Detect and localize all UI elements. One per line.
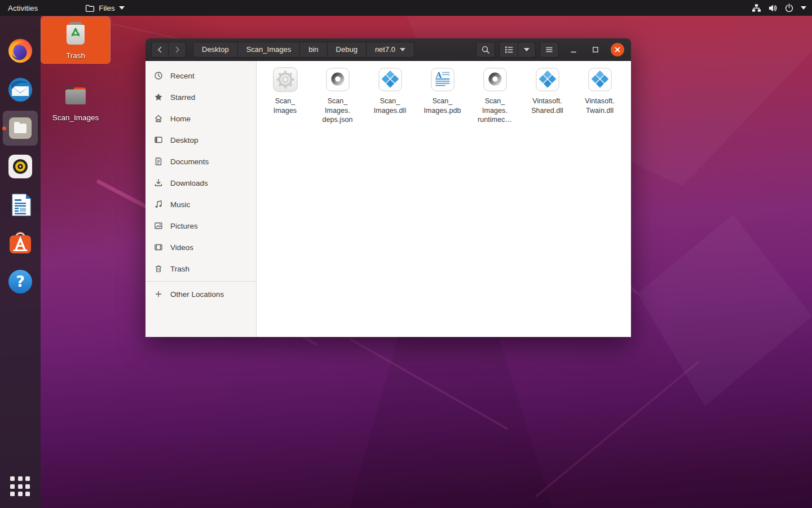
top-bar: Activities Files <box>0 0 812 16</box>
file-scan-images-exec[interactable]: Scan_ Images <box>259 67 311 125</box>
svg-text:A: A <box>435 70 442 80</box>
list-view-icon <box>504 45 514 54</box>
close-icon <box>614 46 621 53</box>
files-icon[interactable] <box>7 115 34 142</box>
app-menu-files[interactable]: Files <box>80 0 130 16</box>
file-label: Vintasoft. Shared.dll <box>531 97 563 115</box>
dock: ? <box>0 16 41 508</box>
close-button[interactable] <box>611 43 624 56</box>
sidebar-item-desktop[interactable]: Desktop <box>145 129 256 151</box>
rhythmbox-icon[interactable] <box>7 153 34 180</box>
thunderbird-icon[interactable] <box>7 76 34 103</box>
network-wired-icon <box>752 3 761 13</box>
view-options-button[interactable] <box>518 42 536 58</box>
sidebar-label: Starred <box>170 93 195 102</box>
libreoffice-writer-icon[interactable] <box>7 191 34 218</box>
system-status-area[interactable] <box>752 0 812 16</box>
sidebar-item-recent[interactable]: Recent <box>145 65 256 86</box>
breadcrumb: Desktop Scan_Images bin Debug net7.0 <box>193 42 414 58</box>
desktop-icon-label: Scan_Images <box>41 113 110 122</box>
caret-down-icon <box>524 48 529 51</box>
caret-down-icon <box>400 48 405 51</box>
forward-button[interactable] <box>169 42 186 58</box>
sidebar-item-trash[interactable]: Trash <box>145 258 256 279</box>
documents-icon <box>154 157 163 166</box>
sidebar-item-starred[interactable]: Starred <box>145 86 256 108</box>
caret-down-icon <box>801 6 806 10</box>
breadcrumb-desktop[interactable]: Desktop <box>193 42 238 58</box>
hamburger-menu-button[interactable] <box>540 42 559 58</box>
history-nav <box>151 42 186 58</box>
sidebar-label: Videos <box>170 243 193 252</box>
file-label: Scan_ Images.pdb <box>424 97 461 115</box>
running-indicator-dot <box>2 126 6 130</box>
file-view[interactable]: Scan_ Images Scan_ Images. deps.json <box>257 61 631 337</box>
sidebar-label: Trash <box>170 265 189 273</box>
view-toggle <box>499 42 536 58</box>
library-icon <box>377 67 403 93</box>
sidebar-label: Music <box>170 200 190 209</box>
caret-down-icon <box>119 6 125 10</box>
sidebar-item-other-locations[interactable]: Other Locations <box>145 283 256 305</box>
sidebar-item-music[interactable]: Music <box>145 194 256 215</box>
activities-button[interactable]: Activities <box>0 0 46 16</box>
sidebar-label: Other Locations <box>170 290 224 299</box>
help-icon[interactable]: ? <box>7 268 34 295</box>
files-window: Desktop Scan_Images bin Debug net7.0 <box>145 38 631 337</box>
sidebar-label: Documents <box>170 157 209 166</box>
chevron-left-icon <box>156 45 165 54</box>
file-scan-images-runtimeconfig-json[interactable]: Scan_ Images. runtimec… <box>469 67 521 125</box>
text-document-icon: A <box>430 67 456 93</box>
recent-icon <box>154 71 163 80</box>
file-label: Scan_ Images. runtimec… <box>478 97 512 125</box>
power-icon <box>784 3 794 13</box>
search-button[interactable] <box>476 42 495 58</box>
breadcrumb-net7-current[interactable]: net7.0 <box>367 42 414 58</box>
file-scan-images-dll[interactable]: Scan_ Images.dll <box>364 67 416 125</box>
file-scan-images-pdb[interactable]: A Scan_ Images.pdb <box>416 67 469 125</box>
minimize-button[interactable] <box>567 43 580 56</box>
desktop-icon-label: Trash <box>41 51 110 60</box>
search-icon <box>481 45 490 54</box>
sidebar-label: Downloads <box>170 179 208 187</box>
sidebar-item-home[interactable]: Home <box>145 108 256 129</box>
sidebar-item-documents[interactable]: Documents <box>145 151 256 172</box>
library-icon <box>587 67 613 93</box>
sidebar-separator <box>145 281 256 282</box>
plus-icon <box>154 290 163 299</box>
breadcrumb-label: net7.0 <box>375 45 395 54</box>
file-label: Scan_ Images. deps.json <box>323 97 353 125</box>
file-vintasoft-shared-dll[interactable]: Vintasoft. Shared.dll <box>521 67 573 125</box>
breadcrumb-bin[interactable]: bin <box>300 42 327 58</box>
music-icon <box>154 200 163 209</box>
home-icon <box>154 114 163 123</box>
file-label: Vintasoft. Twain.dll <box>585 97 614 115</box>
ubuntu-software-icon[interactable] <box>7 229 34 256</box>
show-applications-icon[interactable] <box>10 476 30 497</box>
pictures-icon <box>154 221 163 230</box>
sidebar-item-pictures[interactable]: Pictures <box>145 215 256 237</box>
list-view-button[interactable] <box>499 42 518 58</box>
executable-icon <box>272 67 298 93</box>
videos-icon <box>154 243 163 252</box>
downloads-icon <box>154 178 163 187</box>
desktop-icon-scan-images[interactable]: Scan_Images <box>41 79 110 125</box>
sidebar-label: Pictures <box>170 222 198 230</box>
back-button[interactable] <box>151 42 169 58</box>
firefox-icon[interactable] <box>7 37 34 64</box>
file-vintasoft-twain-dll[interactable]: Vintasoft. Twain.dll <box>573 67 626 125</box>
breadcrumb-debug[interactable]: Debug <box>328 42 367 58</box>
breadcrumb-scan-images[interactable]: Scan_Images <box>238 42 301 58</box>
app-menu-label: Files <box>99 4 115 12</box>
maximize-button[interactable] <box>589 43 602 56</box>
headerbar: Desktop Scan_Images bin Debug net7.0 <box>145 38 631 61</box>
sidebar-item-videos[interactable]: Videos <box>145 237 256 258</box>
library-icon <box>535 67 561 93</box>
desktop-icon-trash[interactable]: Trash <box>41 17 110 63</box>
sidebar-item-downloads[interactable]: Downloads <box>145 172 256 194</box>
folder-icon <box>85 3 95 13</box>
folder-icon <box>62 82 89 109</box>
svg-text:?: ? <box>16 273 25 290</box>
file-scan-images-deps-json[interactable]: Scan_ Images. deps.json <box>311 67 364 125</box>
trash-icon <box>154 264 163 273</box>
